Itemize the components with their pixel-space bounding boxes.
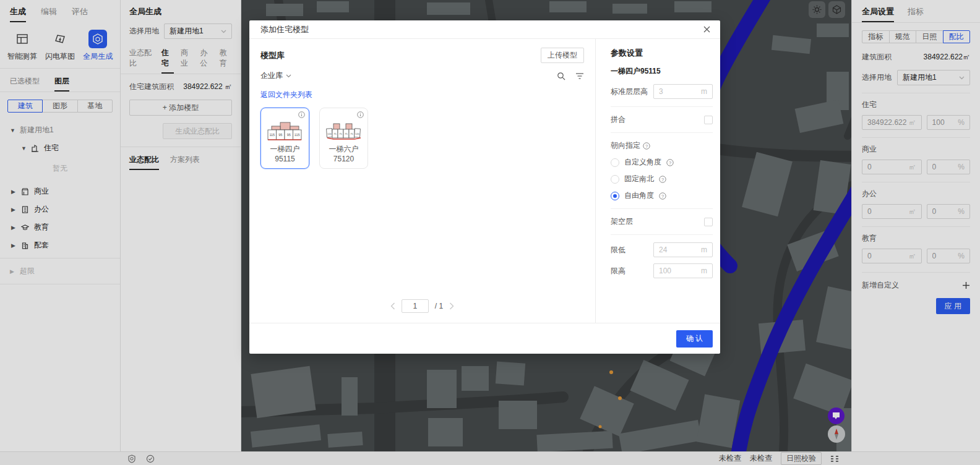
add-residential-model-dialog: 添加住宅楼型 楼型库 上传楼型 企业库	[249, 20, 720, 354]
floor-height-label: 标准层层高	[611, 87, 648, 97]
radio-custom-angle[interactable]: 自定义角度 ?	[611, 157, 713, 168]
confirm-button[interactable]: 确 认	[676, 330, 713, 348]
help-icon[interactable]: ?	[659, 176, 666, 183]
model-card[interactable]: 12075757575120 一梯六户75120	[319, 108, 368, 169]
radio-icon-selected[interactable]	[611, 192, 619, 200]
dialog-title: 添加住宅楼型	[260, 24, 309, 35]
model-card-name: 一梯六户75120	[320, 144, 368, 163]
orientation-label: 朝向指定	[611, 140, 640, 151]
model-library-pane: 楼型库 上传楼型 企业库 返回文件夹列表	[249, 39, 596, 323]
svg-text:95: 95	[278, 133, 282, 137]
max-height-label: 限高	[611, 266, 625, 276]
selected-model-name: 一梯四户95115	[611, 66, 713, 77]
svg-text:?: ?	[645, 143, 648, 148]
model-card-selected[interactable]: 1159595115 一梯四户95115	[260, 108, 309, 169]
info-icon[interactable]	[357, 111, 364, 120]
min-height-label: 限低	[611, 245, 625, 255]
unit-label: m	[701, 267, 707, 275]
upload-model-button[interactable]: 上传楼型	[541, 48, 584, 63]
merge-checkbox[interactable]	[704, 116, 713, 124]
svg-text:95: 95	[286, 133, 290, 137]
chevron-left-icon[interactable]	[390, 302, 395, 310]
library-source-dropdown[interactable]: 企业库	[260, 70, 291, 81]
radio-fixed-north-south[interactable]: 固定南北 ?	[611, 174, 713, 184]
params-header: 参数设置	[611, 48, 713, 59]
pagination: / 1	[249, 299, 595, 313]
back-to-folders-link[interactable]: 返回文件夹列表	[260, 90, 312, 99]
radio-icon[interactable]	[611, 175, 619, 184]
min-height-input[interactable]: m	[653, 242, 713, 257]
max-height-input[interactable]: m	[653, 263, 713, 278]
svg-text:75: 75	[345, 132, 348, 135]
radio-free-angle[interactable]: 自由角度 ?	[611, 190, 713, 201]
close-icon[interactable]	[703, 26, 710, 33]
merge-label: 拼合	[611, 114, 625, 125]
help-icon[interactable]: ?	[659, 192, 666, 200]
help-icon[interactable]: ?	[643, 142, 650, 150]
svg-text:?: ?	[661, 176, 664, 182]
search-icon[interactable]	[557, 72, 565, 80]
floor-height-input[interactable]: m	[653, 84, 713, 99]
chevron-right-icon[interactable]	[449, 302, 454, 310]
parameter-settings-pane: 参数设置 一梯四户95115 标准层层高 m 拼合 朝向指定	[596, 39, 720, 323]
help-icon[interactable]: ?	[666, 159, 674, 166]
svg-text:75: 75	[350, 132, 353, 135]
app-root: 生成 编辑 评估 智能测算 闪电草图 全局生成	[0, 0, 980, 465]
svg-text:?: ?	[669, 160, 671, 165]
floorplan-thumbnail: 12075757575120	[320, 121, 368, 147]
stilt-floor-checkbox[interactable]	[704, 218, 713, 226]
stilt-floor-label: 架空层	[611, 216, 633, 227]
svg-text:120: 120	[355, 132, 359, 135]
svg-text:75: 75	[339, 132, 342, 135]
info-icon[interactable]	[298, 111, 305, 120]
svg-text:120: 120	[327, 132, 332, 135]
svg-text:75: 75	[333, 132, 337, 135]
library-source-value: 企业库	[260, 70, 283, 81]
model-card-name: 一梯四户95115	[261, 144, 309, 163]
floorplan-thumbnail: 1159595115	[261, 121, 309, 147]
chevron-down-icon	[286, 74, 291, 78]
svg-text:115: 115	[269, 133, 275, 137]
library-header: 楼型库	[260, 50, 285, 61]
page-total: / 1	[435, 302, 443, 310]
radio-label: 自由角度	[624, 190, 654, 201]
radio-icon[interactable]	[611, 158, 619, 167]
unit-label: m	[701, 245, 707, 254]
unit-label: m	[701, 87, 707, 96]
page-input[interactable]	[402, 299, 429, 313]
filter-icon[interactable]	[575, 72, 584, 80]
radio-label: 固定南北	[624, 174, 654, 184]
svg-text:115: 115	[294, 133, 299, 137]
radio-label: 自定义角度	[624, 157, 661, 168]
svg-text:?: ?	[661, 193, 664, 198]
